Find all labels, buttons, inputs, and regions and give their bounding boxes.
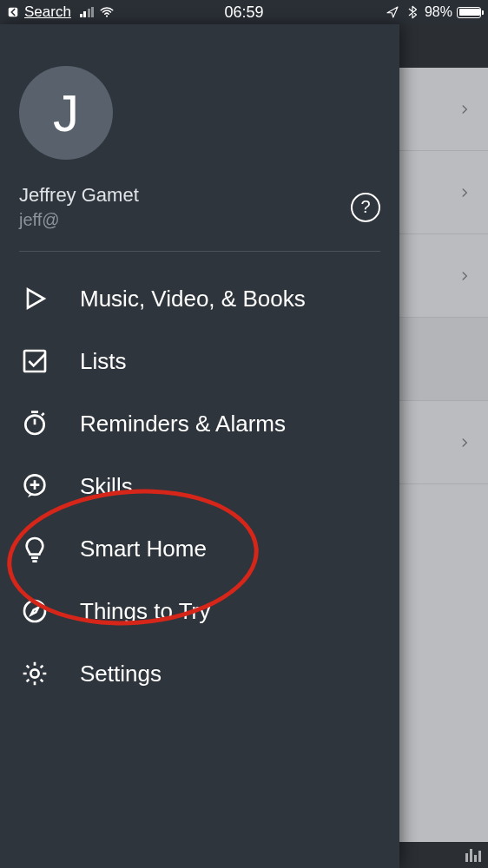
back-chevron-icon[interactable] [7,6,19,18]
status-time: 06:59 [224,3,263,22]
background-list [392,68,488,842]
user-text-block: Jeffrey Gamet jeff@ [19,184,139,230]
svg-rect-2 [24,351,45,372]
help-button[interactable]: ? [351,193,380,222]
cellular-signal-icon [80,7,95,17]
chevron-right-icon [458,270,471,282]
status-bar: Search 06:59 98% [0,0,488,24]
menu-item-smart-home[interactable]: Smart Home [19,517,380,580]
chevron-right-icon [458,103,471,115]
svg-point-5 [24,601,45,621]
back-to-search-link[interactable]: Search [24,3,71,21]
background-page [392,24,488,868]
navigation-drawer: J Jeffrey Gamet jeff@ ? Music, Video, & … [0,24,399,868]
avatar[interactable]: J [19,66,113,160]
background-header [392,24,488,68]
background-row[interactable] [392,401,488,484]
menu-item-music[interactable]: Music, Video, & Books [19,267,380,330]
menu-item-skills[interactable]: Skills [19,455,380,517]
bluetooth-icon [405,4,420,20]
svg-rect-0 [9,8,18,17]
menu-item-label: Settings [80,661,162,687]
battery-percent: 98% [425,4,452,20]
background-bottom-bar [392,842,488,868]
stopwatch-icon [19,408,50,439]
user-email: jeff@ [19,210,139,230]
compass-icon [19,595,50,627]
menu-item-lists[interactable]: Lists [19,330,380,392]
user-name: Jeffrey Gamet [19,184,139,207]
background-row[interactable] [392,318,488,401]
lightbulb-icon [19,533,50,564]
play-icon [19,283,50,314]
chevron-right-icon [458,437,471,449]
avatar-initial: J [53,83,79,143]
background-row[interactable] [392,234,488,318]
menu-item-label: Lists [80,348,126,375]
background-row[interactable] [392,68,488,151]
gear-icon [19,658,50,689]
svg-point-6 [30,669,38,677]
status-right: 98% [385,4,481,20]
help-icon: ? [360,197,370,217]
menu-item-things-to-try[interactable]: Things to Try [19,580,380,642]
svg-point-1 [106,15,108,16]
wifi-icon [99,4,115,20]
menu-item-label: Smart Home [80,536,207,562]
menu-item-settings[interactable]: Settings [19,642,380,705]
battery-icon [457,7,481,18]
menu-item-label: Music, Video, & Books [80,286,306,312]
equalizer-icon [465,848,481,862]
menu-item-label: Things to Try [80,598,210,625]
location-arrow-icon [385,4,400,20]
checkbox-icon [19,345,50,377]
menu: Music, Video, & Books Lists Reminders & … [19,267,380,705]
menu-item-label: Reminders & Alarms [80,411,286,437]
background-row[interactable] [392,151,488,234]
menu-item-reminders[interactable]: Reminders & Alarms [19,392,380,455]
speech-plus-icon [19,470,50,502]
status-left: Search [7,3,115,21]
user-info-row: Jeffrey Gamet jeff@ ? [19,184,380,252]
menu-item-label: Skills [80,473,133,500]
chevron-right-icon [458,187,471,199]
